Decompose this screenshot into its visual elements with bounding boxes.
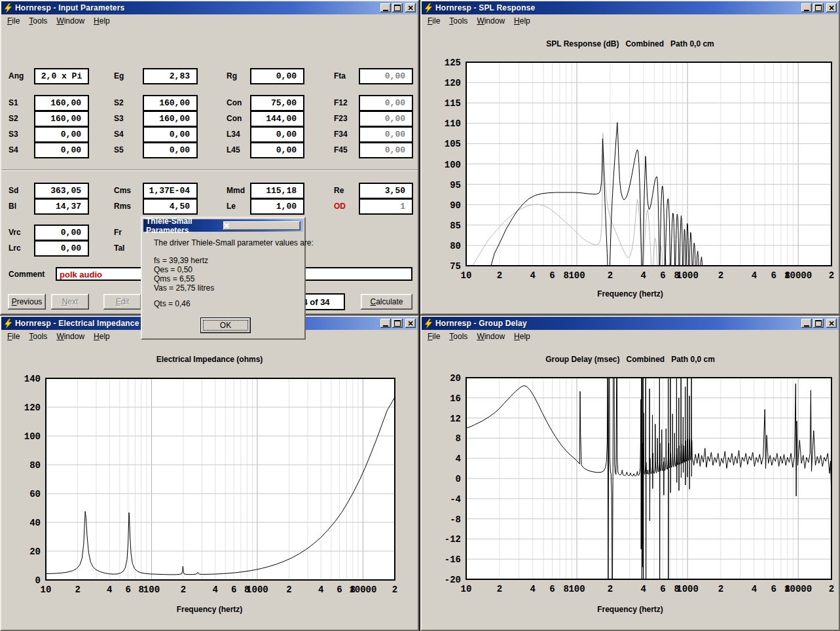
menu-item-file[interactable]: File	[3, 331, 24, 342]
field-od[interactable]: 1	[359, 198, 413, 215]
field-s2[interactable]: 160,00	[143, 95, 198, 111]
field-f45[interactable]: 0,00	[359, 142, 413, 158]
field-s1[interactable]: 160,00	[34, 95, 89, 111]
menu-item-tools[interactable]: Tools	[445, 15, 472, 27]
menu-item-help[interactable]: Help	[509, 331, 535, 342]
titlebar-input-parameters[interactable]: Hornresp - Input Parameters ✕	[1, 1, 418, 14]
calculate-button[interactable]: Calculate	[361, 294, 412, 310]
next-button[interactable]: Next	[51, 294, 89, 310]
edit-button[interactable]: Edit	[103, 294, 141, 310]
dialog-titlebar[interactable]: Thiele-Small Parameters ✕	[143, 219, 303, 232]
field-mmd[interactable]: 115,18	[250, 183, 304, 199]
dialog-message: The driver Thiele-Small parameter values…	[154, 238, 314, 247]
menu-item-help[interactable]: Help	[89, 331, 115, 342]
dialog-qms-value: Qms = 6,55	[154, 274, 194, 283]
hornresp-desktop: Hornresp - Input Parameters ✕ FileToolsW…	[0, 0, 840, 631]
hornresp-app-icon	[424, 3, 433, 13]
minimize-icon[interactable]	[380, 3, 391, 12]
maximize-icon[interactable]	[392, 319, 403, 328]
field-le[interactable]: 1,00	[250, 198, 304, 215]
menu-item-tools[interactable]: Tools	[445, 331, 472, 342]
minimize-icon[interactable]	[380, 319, 391, 328]
field-ang[interactable]: 2,0 x Pi	[34, 68, 89, 84]
menu-bar: FileToolsWindowHelp	[422, 330, 839, 343]
svg-text:10: 10	[461, 584, 472, 594]
svg-text:6: 6	[549, 270, 555, 281]
menu-item-window[interactable]: Window	[472, 15, 509, 27]
menu-item-tools[interactable]: Tools	[24, 331, 52, 342]
menu-item-file[interactable]: File	[3, 15, 24, 27]
minimize-icon[interactable]	[801, 3, 812, 12]
menu-item-tools[interactable]: Tools	[24, 15, 52, 27]
field-eg[interactable]: 2,83	[143, 68, 198, 84]
previous-button[interactable]: Previous	[8, 294, 46, 310]
menu-item-window[interactable]: Window	[52, 331, 89, 342]
field-vrc[interactable]: 0,00	[34, 225, 89, 241]
section-divider	[1, 170, 418, 171]
svg-text:20: 20	[450, 373, 461, 384]
spl-x-axis-title: Frequency (hertz)	[422, 289, 839, 298]
field-s3[interactable]: 0,00	[34, 126, 89, 143]
svg-text:90: 90	[450, 200, 461, 211]
svg-text:-20: -20	[445, 575, 461, 585]
field-fta[interactable]: 0,00	[359, 68, 413, 84]
menu-item-help[interactable]: Help	[89, 15, 115, 27]
close-icon[interactable]: ✕	[405, 319, 416, 328]
svg-text:100: 100	[568, 584, 585, 594]
menu-item-file[interactable]: File	[423, 15, 445, 27]
field-cms[interactable]: 1,37E-04	[143, 183, 198, 199]
maximize-icon[interactable]	[813, 3, 824, 12]
titlebar-group-delay[interactable]: Hornresp - Group Delay ✕	[422, 317, 839, 330]
menu-item-help[interactable]: Help	[509, 15, 535, 27]
field-f12[interactable]: 0,00	[359, 95, 413, 111]
field-s4[interactable]: 0,00	[143, 126, 198, 143]
field-rms[interactable]: 4,50	[143, 198, 198, 215]
titlebar-spl-response[interactable]: Hornresp - SPL Response ✕	[422, 1, 839, 14]
field-s5[interactable]: 0,00	[143, 142, 198, 158]
svg-text:100: 100	[24, 431, 41, 442]
svg-text:2: 2	[718, 270, 723, 281]
field-label-cms: Cms	[114, 186, 131, 195]
field-l45[interactable]: 0,00	[250, 142, 304, 158]
svg-text:8: 8	[456, 433, 461, 444]
window-title: Hornresp - Group Delay	[435, 319, 799, 328]
close-icon[interactable]: ✕	[405, 3, 416, 12]
field-lrc[interactable]: 0,00	[34, 240, 89, 257]
field-rg[interactable]: 0,00	[250, 68, 304, 84]
field-con[interactable]: 144,00	[250, 111, 304, 127]
close-icon[interactable]: ✕	[826, 319, 837, 328]
field-label-l45: L45	[227, 145, 240, 154]
field-s3[interactable]: 160,00	[143, 111, 198, 127]
svg-text:10: 10	[41, 585, 52, 595]
svg-text:0: 0	[456, 474, 461, 484]
svg-text:6: 6	[231, 585, 236, 595]
maximize-icon[interactable]	[392, 3, 403, 12]
field-sd[interactable]: 363,05	[34, 183, 89, 199]
svg-text:2: 2	[829, 584, 834, 594]
minimize-icon[interactable]	[801, 319, 812, 328]
close-icon[interactable]: ✕	[826, 3, 837, 12]
svg-text:125: 125	[445, 58, 461, 68]
field-re[interactable]: 3,50	[359, 183, 413, 199]
field-label-s4: S4	[114, 130, 124, 139]
field-con[interactable]: 75,00	[250, 95, 304, 111]
menu-item-window[interactable]: Window	[52, 15, 89, 27]
svg-text:100: 100	[445, 160, 461, 170]
field-s4[interactable]: 0,00	[34, 142, 89, 158]
field-f23[interactable]: 0,00	[359, 111, 413, 127]
svg-text:60: 60	[29, 489, 41, 499]
maximize-icon[interactable]	[813, 319, 824, 328]
svg-text:115: 115	[445, 98, 461, 109]
menu-item-window[interactable]: Window	[472, 331, 509, 342]
svg-text:1000: 1000	[676, 270, 699, 281]
field-s2[interactable]: 160,00	[34, 111, 89, 127]
dialog-close-icon[interactable]: ✕	[223, 221, 301, 230]
thiele-small-dialog: Thiele-Small Parameters ✕ The driver Thi…	[141, 217, 306, 340]
menu-bar: FileToolsWindowHelp	[1, 14, 418, 27]
comment-label: Comment	[9, 270, 45, 279]
menu-item-file[interactable]: File	[423, 331, 445, 342]
field-f34[interactable]: 0,00	[359, 126, 413, 143]
field-bl[interactable]: 14,37	[34, 198, 89, 215]
ok-button[interactable]: OK	[200, 317, 251, 333]
field-l34[interactable]: 0,00	[250, 126, 304, 143]
